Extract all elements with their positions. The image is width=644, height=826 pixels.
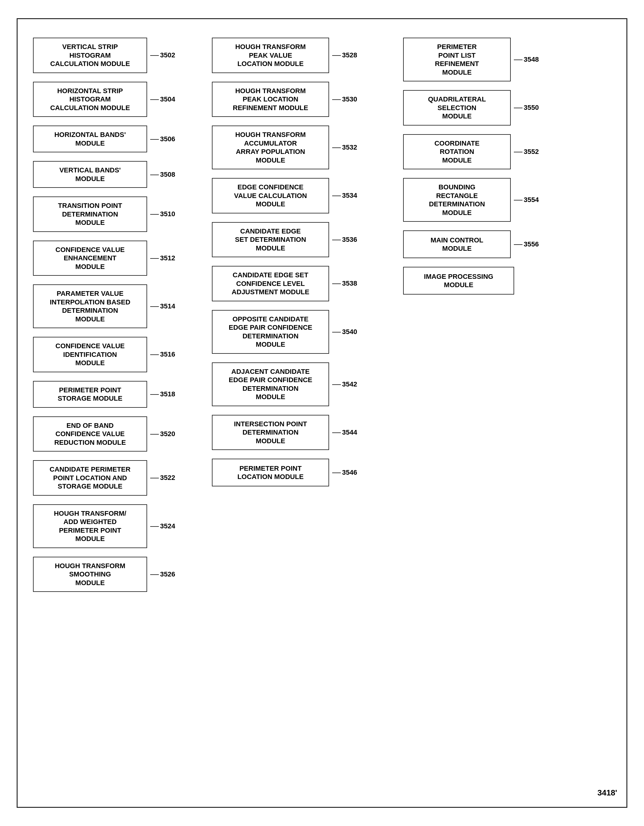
module-box-m3538: CANDIDATE EDGE SETCONFIDENCE LEVELADJUST… [212,266,329,301]
module-row-m3554: BOUNDINGRECTANGLEDETERMINATIONMODULE3554 [403,178,539,222]
module-num-m3540: 3540 [332,328,357,336]
module-row-m3506: HORIZONTAL BANDS'MODULE3506 [33,126,193,152]
module-num-m3544: 3544 [332,429,357,436]
module-row-m3512: CONFIDENCE VALUEENHANCEMENTMODULE3512 [33,241,193,276]
module-box-m3550: QUADRILATERALSELECTIONMODULE [403,90,511,126]
module-num-m3520: 3520 [150,430,175,438]
module-row-m3518: PERIMETER POINTSTORAGE MODULE3518 [33,381,193,408]
module-box-m3522: CANDIDATE PERIMETERPOINT LOCATION ANDSTO… [33,460,147,496]
module-box-m3528: HOUGH TRANSFORMPEAK VALUELOCATION MODULE [212,37,329,73]
module-num-m3516: 3516 [150,350,175,359]
module-num-m3552: 3552 [514,148,539,156]
module-box-m3548: PERIMETERPOINT LISTREFINEMENTMODULE [403,37,511,81]
module-box-m3506: HORIZONTAL BANDS'MODULE [33,126,147,152]
module-num-m3506: 3506 [150,135,175,143]
module-num-m3522: 3522 [150,474,175,482]
module-row-m3522: CANDIDATE PERIMETERPOINT LOCATION ANDSTO… [33,460,193,496]
diagram-container: VERTICAL STRIPHISTOGRAMCALCULATION MODUL… [33,37,611,601]
module-box-m3526: HOUGH TRANSFORMSMOOTHINGMODULE [33,557,147,592]
module-row-m3514: PARAMETER VALUEINTERPOLATION BASEDDETERM… [33,284,193,328]
module-row-m3502: VERTICAL STRIPHISTOGRAMCALCULATION MODUL… [33,37,193,73]
module-box-m3514: PARAMETER VALUEINTERPOLATION BASEDDETERM… [33,284,147,328]
module-num-m3556: 3556 [514,240,539,248]
module-box-m3554: BOUNDINGRECTANGLEDETERMINATIONMODULE [403,178,511,222]
module-box-m3542: ADJACENT CANDIDATEEDGE PAIR CONFIDENCEDE… [212,362,329,406]
module-num-m3518: 3518 [150,390,175,398]
module-num-m3514: 3514 [150,302,175,310]
module-box-m3552: COORDINATEROTATIONMODULE [403,134,511,170]
module-box-m3556: MAIN CONTROLMODULE [403,230,511,258]
module-num-m3530: 3530 [332,95,357,103]
module-num-m3554: 3554 [514,196,539,204]
module-num-m3546: 3546 [332,469,357,477]
module-box-m3524: HOUGH TRANSFORM/ADD WEIGHTEDPERIMETER PO… [33,504,147,548]
module-num-m3508: 3508 [150,171,175,179]
module-row-m3508: VERTICAL BANDS'MODULE3508 [33,161,193,188]
module-num-m3534: 3534 [332,191,357,200]
module-row-m3526: HOUGH TRANSFORMSMOOTHINGMODULE3526 [33,557,193,592]
module-box-m3504: HORIZONTAL STRIPHISTOGRAMCALCULATION MOD… [33,82,147,117]
module-row-m3528: HOUGH TRANSFORMPEAK VALUELOCATION MODULE… [212,37,385,73]
module-num-m3526: 3526 [150,570,175,578]
module-row-m3504: HORIZONTAL STRIPHISTOGRAMCALCULATION MOD… [33,82,193,117]
module-row-m3532: HOUGH TRANSFORMACCUMULATORARRAY POPULATI… [212,126,385,169]
module-box-m3532: HOUGH TRANSFORMACCUMULATORARRAY POPULATI… [212,126,329,169]
module-box-m3540: OPPOSITE CANDIDATEEDGE PAIR CONFIDENCEDE… [212,310,329,354]
img-proc-row: IMAGE PROCESSINGMODULE [403,267,539,295]
module-row-m3542: ADJACENT CANDIDATEEDGE PAIR CONFIDENCEDE… [212,362,385,406]
module-box-m3518: PERIMETER POINTSTORAGE MODULE [33,381,147,408]
column-2: HOUGH TRANSFORMPEAK VALUELOCATION MODULE… [212,37,385,601]
column-1: VERTICAL STRIPHISTOGRAMCALCULATION MODUL… [33,37,193,601]
module-num-m3538: 3538 [332,279,357,287]
module-row-m3548: PERIMETERPOINT LISTREFINEMENTMODULE3548 [403,37,539,81]
img-proc-box: IMAGE PROCESSINGMODULE [403,267,514,295]
module-num-m3536: 3536 [332,236,357,244]
diagram-page: VERTICAL STRIPHISTOGRAMCALCULATION MODUL… [17,18,627,808]
module-row-m3538: CANDIDATE EDGE SETCONFIDENCE LEVELADJUST… [212,266,385,301]
module-row-m3556: MAIN CONTROLMODULE3556 [403,230,539,258]
column-3: PERIMETERPOINT LISTREFINEMENTMODULE3548Q… [403,37,539,601]
module-row-m3520: END OF BANDCONFIDENCE VALUEREDUCTION MOD… [33,416,193,452]
module-num-m3548: 3548 [514,56,539,64]
module-num-m3528: 3528 [332,51,357,59]
reference-number: 3418' [597,788,617,798]
module-box-m3536: CANDIDATE EDGESET DETERMINATIONMODULE [212,222,329,258]
module-row-m3550: QUADRILATERALSELECTIONMODULE3550 [403,90,539,126]
module-row-m3546: PERIMETER POINTLOCATION MODULE3546 [212,459,385,486]
module-row-m3536: CANDIDATE EDGESET DETERMINATIONMODULE353… [212,222,385,258]
module-num-m3532: 3532 [332,143,357,151]
module-row-m3540: OPPOSITE CANDIDATEEDGE PAIR CONFIDENCEDE… [212,310,385,354]
module-box-m3508: VERTICAL BANDS'MODULE [33,161,147,188]
module-box-m3546: PERIMETER POINTLOCATION MODULE [212,459,329,486]
module-num-m3524: 3524 [150,522,175,530]
module-box-m3520: END OF BANDCONFIDENCE VALUEREDUCTION MOD… [33,416,147,452]
module-box-m3512: CONFIDENCE VALUEENHANCEMENTMODULE [33,241,147,276]
module-num-m3502: 3502 [150,51,175,59]
module-box-m3510: TRANSITION POINTDETERMINATIONMODULE [33,196,147,232]
module-num-m3504: 3504 [150,95,175,103]
module-row-m3530: HOUGH TRANSFORMPEAK LOCATIONREFINEMENT M… [212,82,385,117]
module-row-m3534: EDGE CONFIDENCEVALUE CALCULATIONMODULE35… [212,178,385,213]
module-box-m3516: CONFIDENCE VALUEIDENTIFICATIONMODULE [33,337,147,372]
module-num-m3510: 3510 [150,210,175,218]
module-row-m3516: CONFIDENCE VALUEIDENTIFICATIONMODULE3516 [33,337,193,372]
module-row-m3552: COORDINATEROTATIONMODULE3552 [403,134,539,170]
module-num-m3512: 3512 [150,254,175,262]
module-row-m3544: INTERSECTION POINTDETERMINATIONMODULE354… [212,415,385,450]
module-row-m3524: HOUGH TRANSFORM/ADD WEIGHTEDPERIMETER PO… [33,504,193,548]
module-box-m3534: EDGE CONFIDENCEVALUE CALCULATIONMODULE [212,178,329,213]
module-row-m3510: TRANSITION POINTDETERMINATIONMODULE3510 [33,196,193,232]
module-box-m3530: HOUGH TRANSFORMPEAK LOCATIONREFINEMENT M… [212,82,329,117]
module-box-m3502: VERTICAL STRIPHISTOGRAMCALCULATION MODUL… [33,37,147,73]
module-box-m3544: INTERSECTION POINTDETERMINATIONMODULE [212,415,329,450]
module-num-m3542: 3542 [332,380,357,388]
module-num-m3550: 3550 [514,104,539,112]
